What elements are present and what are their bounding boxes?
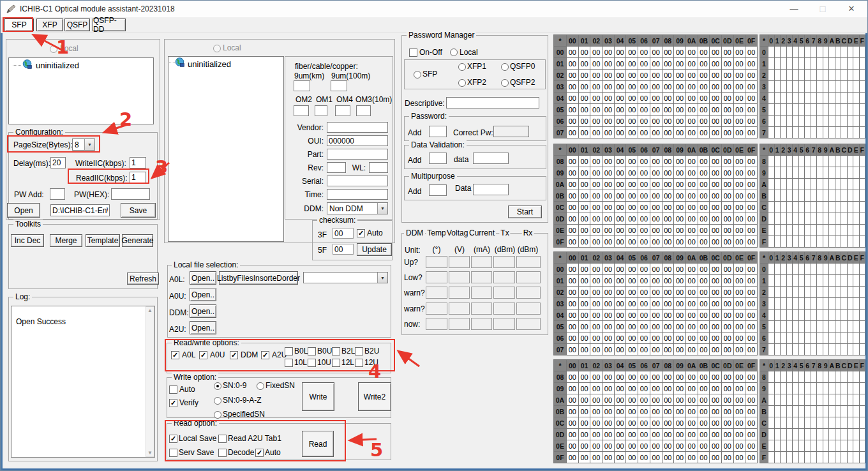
middle-local-radio[interactable] (213, 45, 221, 52)
write-button[interactable]: Write (302, 382, 334, 411)
pm-correct-pw-input[interactable] (493, 126, 529, 137)
toolkit-merge-button[interactable]: Merge (50, 234, 82, 247)
write-verify-checkbox[interactable] (169, 399, 177, 407)
pm-module-radio-qsfp2[interactable] (501, 79, 509, 87)
toolkit-template-button[interactable]: Template (86, 234, 120, 247)
middle-device-tree[interactable] (168, 56, 284, 242)
maximize-icon[interactable]: □ (813, 3, 832, 15)
descriptive-input[interactable] (446, 97, 539, 108)
read-option-decode-checkbox[interactable] (218, 449, 227, 457)
file-open-button-ddm[interactable]: Open.. (190, 304, 216, 318)
wl-input[interactable] (369, 162, 388, 173)
ddm-combo[interactable]: Non DDM▼ (327, 202, 388, 214)
left-local-radio[interactable] (50, 45, 57, 53)
pm-mp-add-input[interactable] (429, 184, 447, 196)
checksum-3f-input[interactable] (333, 228, 354, 239)
rw-option-12l-checkbox[interactable] (332, 359, 340, 367)
file-open-button-a0u[interactable]: Open.. (190, 288, 216, 301)
rw-option-ddm-checkbox[interactable] (230, 351, 238, 359)
file-combo[interactable]: ▼ (303, 272, 388, 283)
rw-option-a2u-checkbox[interactable] (261, 351, 269, 359)
ascii-table[interactable]: *0123456789ABCDEF01234567 (760, 34, 865, 138)
chevron-down-icon[interactable]: ▼ (84, 139, 94, 150)
rev-input[interactable] (327, 162, 346, 173)
pm-dv-add-input[interactable] (429, 153, 447, 164)
write2-button[interactable]: Write2 (358, 382, 391, 411)
om2-input[interactable] (294, 105, 309, 116)
write-sn-radio-0[interactable] (214, 382, 221, 390)
minimize-icon[interactable]: — (784, 3, 804, 15)
tab-xfp[interactable]: XFP (36, 19, 63, 31)
part-input[interactable] (327, 149, 388, 160)
tab-qsfp-dd[interactable]: QSFP-DD (93, 19, 126, 31)
pm-local-radio[interactable] (450, 49, 458, 56)
rw-option-a0u-checkbox[interactable] (199, 351, 207, 359)
open-button[interactable]: Open (7, 203, 40, 218)
pw-add-input[interactable] (50, 188, 65, 200)
rw-option-12u-checkbox[interactable] (355, 359, 363, 367)
ascii-table[interactable]: *0123456789ABCDEF89ABCDEF (760, 144, 865, 248)
hex-table[interactable]: *000102030405060708090A0B0C0D0E0F0000000… (553, 34, 758, 138)
toolkit-inc-dec-button[interactable]: Inc Dec (11, 234, 44, 247)
write-sn-radio-1[interactable] (257, 382, 264, 390)
om3-input[interactable] (356, 105, 371, 116)
pm-module-radio-xfp2[interactable] (458, 79, 466, 87)
scroll-up-icon[interactable]: ▲ (146, 308, 154, 313)
delay-input[interactable] (50, 157, 66, 168)
update-button[interactable]: Update (357, 243, 392, 256)
om4-input[interactable] (335, 105, 350, 116)
left-tree-item[interactable]: uninitialized (36, 61, 79, 70)
ascii-table[interactable]: *0123456789ABCDEF01234567 (760, 251, 865, 355)
middle-tree-item[interactable]: uninitialized (188, 59, 231, 69)
serial-input[interactable] (327, 176, 388, 186)
file-open-button-a0l[interactable]: Open.. (190, 271, 216, 285)
pm-password-add-input[interactable] (429, 126, 447, 137)
write-auto-checkbox[interactable] (169, 385, 177, 394)
om1-input[interactable] (315, 105, 327, 116)
write-sn-radio-3[interactable] (214, 411, 221, 419)
readiic-input[interactable] (130, 172, 146, 183)
checksum-auto-checkbox[interactable] (357, 229, 365, 237)
pw-hex-input[interactable] (111, 188, 150, 200)
chevron-down-icon[interactable]: ▼ (377, 273, 387, 283)
save-button[interactable]: Save (121, 203, 156, 218)
pm-module-radio-xfp1[interactable] (458, 63, 466, 71)
toolkit-generate-button[interactable]: Generate (122, 234, 153, 247)
chevron-down-icon[interactable]: ▼ (377, 203, 387, 214)
rw-option-10l-checkbox[interactable] (285, 359, 293, 367)
hex-table[interactable]: *000102030405060708090A0B0C0D0E0F0000000… (553, 251, 758, 355)
refresh-button[interactable]: Refresh (127, 273, 159, 285)
pm-dv-data-input[interactable] (473, 153, 509, 164)
hex-table[interactable]: *000102030405060708090A0B0C0D0E0F0800000… (553, 144, 758, 248)
read-option-auto-checkbox[interactable] (255, 449, 264, 457)
tab-qsfp[interactable]: QSFP (64, 19, 90, 31)
read-option-serv-save-checkbox[interactable] (169, 449, 177, 457)
sm-100m-input[interactable] (331, 80, 347, 91)
close-icon[interactable]: ✕ (842, 3, 861, 15)
time-input[interactable] (327, 189, 388, 200)
start-button[interactable]: Start (508, 206, 542, 218)
read-option-local-save-checkbox[interactable] (169, 435, 177, 443)
pm-onoff-checkbox[interactable] (409, 49, 417, 57)
list-by-files-button[interactable]: ListbyFilesInsorteDorder (219, 271, 298, 285)
file-open-button-a2u[interactable]: Open.. (190, 321, 216, 334)
tab-sfp[interactable]: SFP (4, 19, 34, 31)
read-button[interactable]: Read (302, 431, 334, 457)
pm-mp-data-input[interactable] (473, 184, 509, 195)
oui-input[interactable] (327, 135, 388, 146)
rw-option-10u-checkbox[interactable] (308, 359, 316, 367)
pm-module-radio-sfp[interactable] (414, 71, 421, 78)
ascii-table[interactable]: *0123456789ABCDEF89ABCDEF (760, 359, 865, 463)
sm-km-input[interactable] (294, 80, 310, 91)
rw-option-b2l-checkbox[interactable] (332, 347, 340, 355)
pagesize-combo[interactable]: 8▼ (72, 138, 95, 151)
log-scrollbar[interactable]: ▲ ▼ (146, 306, 154, 457)
log-box[interactable] (11, 306, 155, 458)
scroll-down-icon[interactable]: ▼ (146, 450, 154, 456)
read-option-read-a2u-tab1-checkbox[interactable] (218, 435, 227, 443)
path-input[interactable] (50, 204, 110, 216)
hex-table[interactable]: *000102030405060708090A0B0C0D0E0F0800000… (553, 359, 758, 463)
checksum-5f-input[interactable] (333, 244, 354, 255)
rw-option-b2u-checkbox[interactable] (355, 347, 363, 355)
rw-option-b0u-checkbox[interactable] (308, 347, 316, 355)
